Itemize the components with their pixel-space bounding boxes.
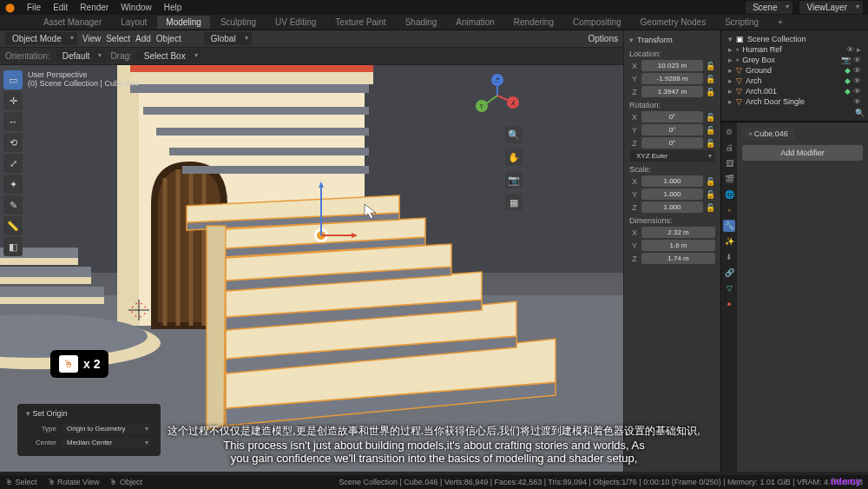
menu-edit[interactable]: Edit [53, 3, 68, 12]
dx: X [629, 228, 640, 237]
nav-pan-icon[interactable]: ✋ [505, 149, 523, 166]
header-options[interactable]: Options [589, 34, 618, 43]
lock-icon[interactable]: 🔓 [705, 203, 715, 212]
eye-icon[interactable]: 👁 [853, 97, 861, 106]
nav-gizmo[interactable]: Y Z X [474, 72, 521, 119]
lock-icon[interactable]: 🔓 [705, 139, 715, 148]
nav-persp-icon[interactable]: ▦ [505, 194, 523, 211]
tab-output[interactable]: 🖨 [723, 142, 735, 154]
tool-move[interactable]: ↔ [3, 112, 23, 131]
lock-icon[interactable]: 🔓 [705, 88, 715, 96]
menu-file[interactable]: File [27, 3, 41, 12]
ws-anim[interactable]: Animation [447, 16, 503, 29]
nav-camera-icon[interactable]: 📷 [505, 171, 523, 188]
outliner-item[interactable]: ▸▽Ground◆👁 [725, 65, 865, 76]
ws-texpaint[interactable]: Texture Paint [326, 16, 394, 29]
select-mode[interactable]: Select Box [137, 50, 201, 63]
svg-rect-17 [0, 258, 78, 265]
lock-icon[interactable]: 🔓 [705, 62, 715, 70]
nav-zoom-icon[interactable]: 🔍 [505, 126, 523, 143]
tab-view[interactable]: 🖼 [723, 157, 735, 169]
lock-icon[interactable]: 🔓 [705, 190, 715, 199]
tool-annotate[interactable]: ✎ [3, 195, 23, 215]
add-modifier-button[interactable]: Add Modifier [742, 145, 863, 161]
loc-y[interactable]: -1.9288 m [641, 73, 703, 84]
scale-z[interactable]: 1.000 [641, 202, 703, 213]
lock-icon[interactable]: 🔓 [705, 75, 715, 83]
scale-y[interactable]: 1.000 [641, 188, 703, 200]
tool-addcube[interactable]: ◧ [3, 237, 23, 256]
ws-layout[interactable]: Layout [112, 16, 155, 29]
cube-breadcrumb[interactable]: ▫ Cube.046 [742, 128, 795, 140]
search-icon[interactable]: 🔍 [855, 109, 865, 117]
eye-icon[interactable]: 👁 [853, 56, 861, 64]
select-icon[interactable]: ▸ [857, 45, 861, 54]
scene-selector[interactable]: Scene [746, 1, 792, 14]
tab-particles[interactable]: ✨ [723, 235, 735, 248]
loc-z[interactable]: 1.3947 m [641, 86, 703, 97]
menu-help[interactable]: Help [164, 3, 182, 12]
ws-script[interactable]: Scripting [716, 16, 767, 29]
eye-icon[interactable]: 👁 [853, 76, 861, 85]
ws-geo[interactable]: Geometry Nodes [632, 16, 715, 29]
tab-material[interactable]: ● [723, 298, 735, 310]
dim-y[interactable]: 1.6 m [641, 240, 715, 251]
ws-modeling[interactable]: Modeling [157, 16, 210, 29]
hdr-view[interactable]: View [82, 34, 102, 43]
rz: Z [629, 139, 640, 148]
tab-world[interactable]: 🌐 [723, 188, 735, 201]
viewlayer-selector[interactable]: ViewLayer [799, 1, 863, 14]
ws-asset[interactable]: Asset Manager [35, 16, 110, 29]
dim-z[interactable]: 1.74 m [641, 253, 715, 264]
tool-rotate[interactable]: ⟲ [3, 133, 23, 152]
viewport-3d[interactable]: Object Mode View Select Add Object Globa… [0, 30, 623, 472]
tab-modifiers[interactable]: 🔧 [723, 220, 735, 232]
tool-select[interactable]: ▭ [3, 70, 23, 89]
tool-cursor[interactable]: ✛ [3, 91, 23, 110]
eye-icon[interactable]: 👁 [853, 87, 861, 96]
rot-x[interactable]: 0° [641, 111, 703, 122]
rot-y[interactable]: 0° [641, 124, 703, 135]
redo-title[interactable]: Set Origin [26, 409, 152, 418]
ws-render[interactable]: Rendering [505, 16, 562, 29]
eye-icon[interactable]: 👁 [846, 45, 854, 54]
tab-scene[interactable]: 🎬 [723, 173, 735, 185]
eye-icon[interactable]: 👁 [853, 66, 861, 75]
tab-mesh[interactable]: ▽ [723, 282, 735, 294]
hdr-add[interactable]: Add [135, 34, 151, 43]
tab-render[interactable]: ⚙ [723, 126, 735, 138]
loc-x[interactable]: 10.023 m [641, 60, 703, 71]
outliner-item[interactable]: ▸▫Human Ref👁▸ [725, 44, 865, 55]
scale-x[interactable]: 1.000 [641, 175, 703, 187]
outliner-item[interactable]: ▸▽Arch◆👁 [725, 76, 865, 86]
tool-scale[interactable]: ⤢ [3, 154, 23, 173]
ws-sculpt[interactable]: Sculpting [212, 16, 265, 29]
ws-add[interactable]: + [769, 16, 792, 29]
tab-physics[interactable]: ⬇ [723, 251, 735, 263]
lock-icon[interactable]: 🔓 [705, 177, 715, 186]
transform-header[interactable]: Transform [629, 36, 715, 44]
tab-constraints[interactable]: 🔗 [723, 267, 735, 279]
mode-selector[interactable]: Object Mode [5, 32, 77, 45]
outliner-item[interactable]: ▸▽Arch Door Single👁 [725, 96, 865, 107]
lock-icon[interactable]: 🔓 [705, 126, 715, 135]
hdr-select[interactable]: Select [106, 34, 130, 43]
rot-mode[interactable]: XYZ Euler [629, 150, 715, 162]
hdr-object[interactable]: Object [156, 34, 181, 43]
outliner-item[interactable]: ▸▽Arch.001◆👁 [725, 86, 865, 96]
orientation-global[interactable]: Global [204, 32, 252, 45]
menu-window[interactable]: Window [121, 3, 152, 12]
rot-z[interactable]: 0° [641, 137, 703, 149]
tool-measure[interactable]: 📏 [3, 216, 23, 235]
dim-x[interactable]: 2.32 m [641, 227, 715, 238]
menu-render[interactable]: Render [80, 3, 108, 12]
orient-value[interactable]: Default [56, 50, 106, 63]
tool-transform[interactable]: ✦ [3, 175, 23, 194]
ws-shading[interactable]: Shading [397, 16, 446, 29]
outliner-scene[interactable]: ▾▣Scene Collection [725, 34, 865, 44]
ws-uv[interactable]: UV Editing [266, 16, 325, 29]
outliner-item[interactable]: ▸▫Grey Box📷👁 [725, 55, 865, 65]
tab-object[interactable]: ▫ [723, 204, 735, 216]
lock-icon[interactable]: 🔓 [705, 113, 715, 122]
ws-comp[interactable]: Compositing [564, 16, 630, 29]
